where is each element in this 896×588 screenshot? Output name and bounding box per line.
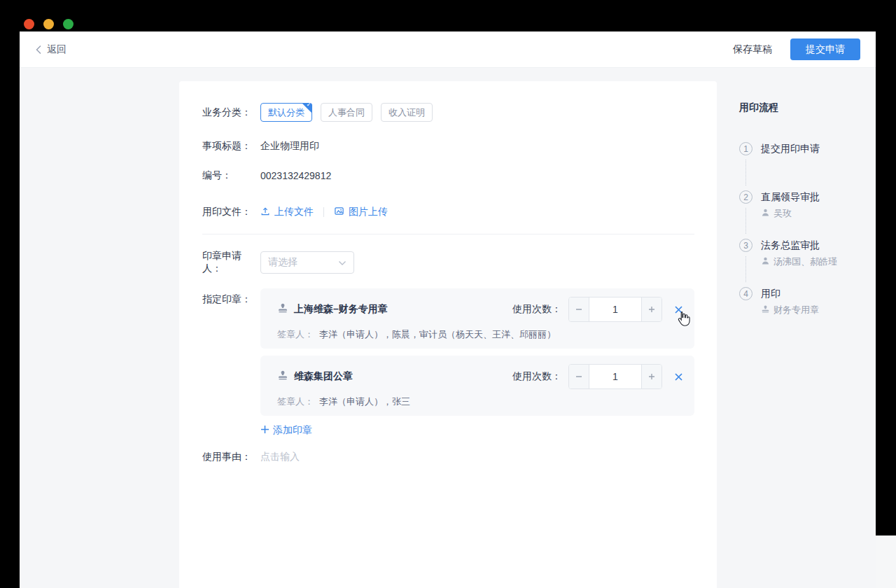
- title-label: 事项标题：: [202, 140, 260, 153]
- save-draft-button[interactable]: 保存草稿: [733, 43, 772, 56]
- step-title: 直属领导审批: [761, 190, 869, 204]
- step-number-badge: 4: [739, 287, 752, 300]
- applicant-select[interactable]: 请选择: [260, 251, 354, 274]
- category-tag-hr-contract[interactable]: 人事合同: [321, 103, 372, 122]
- seals-label: 指定印章：: [202, 288, 260, 306]
- step-number-badge: 1: [739, 142, 752, 155]
- applicant-row: 印章申请人： 请选择: [202, 250, 694, 275]
- usage-count-value[interactable]: 1: [589, 298, 641, 321]
- step-title: 提交用印申请: [761, 142, 869, 155]
- signers-label: 签章人：: [277, 328, 314, 341]
- stamp-icon: [277, 302, 288, 316]
- title-row: 事项标题： 企业物理用印: [202, 140, 694, 153]
- flow-step-1: 1 提交用印申请: [739, 142, 869, 190]
- category-label: 业务分类：: [202, 106, 260, 119]
- reason-row: 使用事由： 点击输入: [202, 451, 694, 463]
- chevron-down-icon: [338, 256, 346, 269]
- divider: [323, 207, 324, 217]
- seal-card: 上海维森–财务专用章 使用次数： 1: [260, 288, 694, 349]
- person-icon: [761, 256, 770, 267]
- usage-count-value[interactable]: 1: [589, 365, 641, 388]
- step-title: 用印: [761, 287, 869, 300]
- zoom-window-button[interactable]: [63, 19, 74, 29]
- app-window: 返回 保存草稿 提交申请 业务分类： 默认分类 ✓ 人事合同 收入证明: [20, 31, 876, 588]
- seals-row: 指定印章： 上海维森–财务专用章 使用次数：: [202, 288, 694, 437]
- usage-count-stepper: 1: [568, 364, 662, 389]
- plus-icon: [260, 425, 270, 436]
- submit-application-button[interactable]: 提交申请: [790, 38, 860, 60]
- flow-title: 用印流程: [739, 102, 869, 114]
- applicant-label: 印章申请人：: [202, 250, 260, 275]
- check-icon: ✓: [306, 102, 312, 108]
- seal-flow-panel: 用印流程 1 提交用印申请 2 直属领导审批 吴玫 3 法务总监审批 汤沸国、郝…: [739, 102, 869, 316]
- signers-value: 李洋（申请人），张三: [319, 396, 410, 408]
- step-number-badge: 3: [739, 239, 752, 252]
- seal-name: 维森集团公章: [294, 370, 353, 383]
- step-title: 法务总监审批: [761, 239, 869, 252]
- page-header: 返回 保存草稿 提交申请: [20, 31, 876, 68]
- chevron-left-icon: [35, 45, 42, 55]
- remove-seal-button[interactable]: [674, 372, 683, 382]
- step-number-badge: 2: [739, 190, 752, 204]
- decrement-button[interactable]: [569, 298, 589, 321]
- number-value: 0023132429812: [260, 170, 331, 181]
- window-controls: [24, 19, 74, 29]
- back-button[interactable]: 返回: [35, 43, 66, 56]
- back-label: 返回: [47, 43, 66, 56]
- usage-count-label: 使用次数：: [512, 370, 561, 383]
- title-value: 企业物理用印: [260, 140, 319, 153]
- upload-file-button[interactable]: 上传文件: [260, 206, 314, 218]
- application-form-card: 业务分类： 默认分类 ✓ 人事合同 收入证明 事项标题： 企业物理用印: [179, 81, 717, 588]
- background-patch: [876, 536, 896, 588]
- step-seal: 财务专用章: [774, 304, 819, 316]
- category-tag-default[interactable]: 默认分类 ✓: [260, 103, 312, 122]
- signers-value: 李洋（申请人），陈晨，审计员（杨天天、王洋、邱丽丽）: [319, 328, 556, 341]
- reason-input[interactable]: 点击输入: [260, 451, 300, 463]
- seal-card: 维森集团公章 使用次数： 1: [260, 356, 694, 416]
- category-row: 业务分类： 默认分类 ✓ 人事合同 收入证明: [202, 103, 694, 122]
- increment-button[interactable]: [641, 298, 662, 321]
- number-label: 编号：: [202, 169, 260, 182]
- select-placeholder: 请选择: [268, 256, 338, 269]
- usage-count-label: 使用次数：: [512, 303, 561, 316]
- remove-seal-button[interactable]: [674, 305, 683, 314]
- flow-step-4: 4 用印 财务专用章: [739, 287, 869, 316]
- category-tag-income-proof[interactable]: 收入证明: [381, 103, 433, 122]
- signers-label: 签章人：: [277, 396, 314, 408]
- usage-count-stepper: 1: [568, 297, 662, 322]
- close-window-button[interactable]: [24, 19, 34, 29]
- image-icon: [334, 206, 344, 218]
- number-row: 编号： 0023132429812: [202, 169, 694, 182]
- stamp-icon: [761, 304, 770, 316]
- flow-step-2: 2 直属领导审批 吴玫: [739, 190, 869, 239]
- stamp-icon: [277, 370, 288, 384]
- decrement-button[interactable]: [569, 365, 589, 388]
- increment-button[interactable]: [641, 365, 662, 388]
- files-row: 用印文件： 上传文件 图片上传: [202, 206, 694, 218]
- upload-icon: [260, 206, 270, 218]
- flow-step-3: 3 法务总监审批 汤沸国、郝皓瑾: [739, 239, 869, 287]
- step-assignee: 吴玫: [774, 207, 792, 220]
- files-label: 用印文件：: [202, 206, 260, 218]
- upload-image-button[interactable]: 图片上传: [334, 206, 388, 218]
- minimize-window-button[interactable]: [43, 19, 54, 29]
- reason-label: 使用事由：: [202, 451, 260, 463]
- seal-name: 上海维森–财务专用章: [294, 303, 388, 316]
- step-assignee: 汤沸国、郝皓瑾: [774, 255, 837, 268]
- seal-list: 上海维森–财务专用章 使用次数： 1: [260, 288, 694, 437]
- add-seal-button[interactable]: 添加印章: [260, 424, 312, 437]
- section-divider: [202, 234, 694, 234]
- person-icon: [761, 208, 770, 219]
